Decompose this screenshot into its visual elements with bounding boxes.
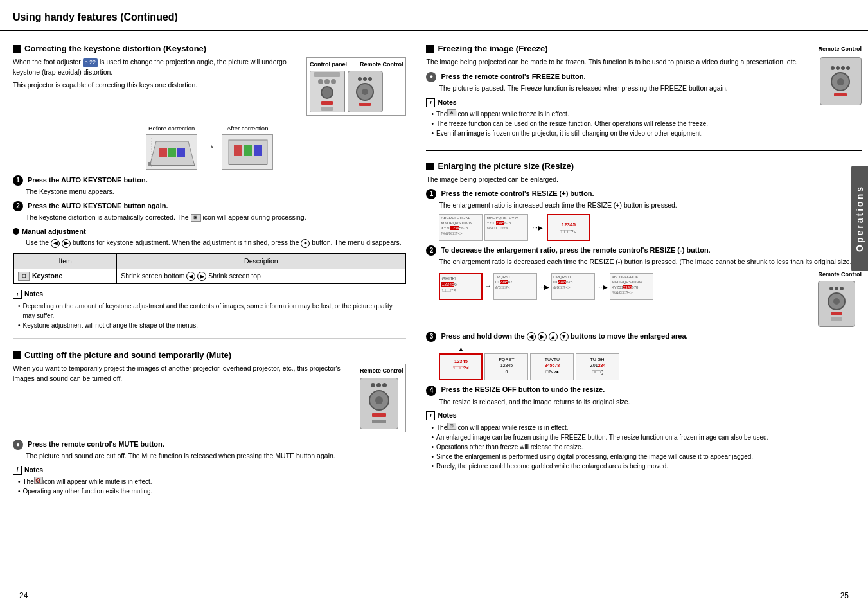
- page-numbers: 24 25: [0, 585, 868, 607]
- freeze-remote-image: [820, 57, 862, 105]
- mute-remote-box: Remote Control: [357, 364, 407, 432]
- mute-intro: When you want to temporarily project the…: [13, 364, 406, 384]
- svg-rect-10: [254, 145, 262, 156]
- operations-sidebar-tab: Operations: [851, 166, 868, 271]
- keystone-section-header: Correcting the keystone distortion (Keys…: [13, 44, 406, 53]
- mute-note2: Operating any other function exits the m…: [18, 486, 406, 496]
- resize-notes: i Notes The ⊡ icon will appear while res…: [426, 411, 862, 471]
- resize-section-header: Enlarging the picture size (Resize): [426, 161, 862, 171]
- freeze-remote-label: Remote Control: [818, 46, 862, 52]
- table-col-item: Item: [14, 254, 117, 269]
- keystone-table-wrapper: Item Description ⊟ Keystone: [13, 253, 406, 285]
- table-col-desc: Description: [117, 254, 405, 269]
- resize-note2: An enlarged image can be frozen using th…: [431, 432, 862, 442]
- mute-notes: i Notes The 🔇 icon will appear while mut…: [13, 465, 406, 497]
- resize-note1: The ⊡ icon will appear while resize is i…: [431, 423, 862, 432]
- resize-note5: Rarely, the picture could become garbled…: [431, 461, 862, 471]
- resize-step3-images: ▲ 12345'□□□?< ▲ PQRST123456: [439, 345, 862, 381]
- mute-note1: The 🔇 icon will appear while mute is in …: [18, 477, 406, 486]
- resize-step1: 1 Press the remote control's RESIZE (+) …: [426, 188, 862, 211]
- freeze-intro: The image being projected can be made to…: [426, 57, 862, 67]
- resize-step1-images: ABCDEFGHIJKLMNOPQRSTUVWXYZ012345678!%&'0…: [439, 214, 862, 241]
- resize-note3: Operations other than freeze will releas…: [431, 442, 862, 452]
- correction-arrow: →: [204, 138, 215, 155]
- correction-images: Before correction: [13, 124, 406, 170]
- svg-rect-3: [177, 148, 185, 157]
- table-row: ⊟ Keystone Shrink screen bottom ◀ ▶ Shri…: [14, 269, 405, 283]
- resize-step2-images: GHIJKL123456'□□□?< → JPQRSTU01234567&'0□…: [439, 271, 862, 327]
- freeze-notes-icon: i: [426, 98, 435, 107]
- p22-ref[interactable]: p.22: [83, 58, 98, 67]
- keystone-icon: ⊟: [18, 272, 30, 281]
- svg-rect-9: [244, 145, 252, 156]
- freeze-note3: Even if an image is frozen on the projec…: [431, 129, 862, 138]
- manual-adjustment: Manual adjustment Use the ◀ ▶ buttons fo…: [13, 226, 406, 248]
- resize-step4: 4 Press the RESIZE OFF button to undo th…: [426, 384, 862, 407]
- freeze-section: Freezing the image (Freeze) Remote Contr…: [426, 44, 862, 142]
- keystone-step2: 2 Press the AUTO KEYSTONE button again. …: [13, 200, 406, 223]
- svg-rect-8: [234, 145, 242, 156]
- svg-rect-1: [159, 148, 167, 157]
- resize-step3: 3 Press and hold down the ◀ ▶ ▲ ▼ button…: [426, 331, 862, 342]
- resize-section: Enlarging the picture size (Resize) The …: [426, 150, 862, 471]
- keystone-note1: Depending on the amount of keystone adju…: [18, 301, 406, 321]
- keystone-notes: i Notes Depending on the amount of keyst…: [13, 289, 406, 330]
- resize-notes-icon: i: [426, 411, 435, 420]
- right-page-number: 25: [840, 591, 849, 600]
- freeze-step1: ● Press the remote control's FREEZE butt…: [426, 71, 862, 94]
- resize-intro: The image being projected can be enlarge…: [426, 175, 862, 185]
- resize-step2: 2 To decrease the enlargement ratio, pre…: [426, 245, 862, 267]
- page-title: Using handy features (Continued): [0, 6, 868, 31]
- freeze-note1: The ❄ icon will appear while freeze is i…: [431, 109, 862, 119]
- freeze-section-header: Freezing the image (Freeze) Remote Contr…: [426, 44, 862, 53]
- svg-rect-2: [168, 148, 176, 157]
- left-page-number: 24: [19, 591, 28, 600]
- freeze-note2: The freeze function can be used on the r…: [431, 119, 862, 129]
- mute-section-header: Cutting off the picture and sound tempor…: [13, 350, 406, 360]
- svg-rect-6: [148, 162, 151, 166]
- keystone-note2: Keystone adjustment will not change the …: [18, 321, 406, 330]
- resize-note4: Since the enlargement is performed using…: [431, 452, 862, 461]
- freeze-notes: i Notes The ❄ icon will appear while fre…: [426, 98, 862, 139]
- mute-section: Cutting off the picture and sound tempor…: [13, 338, 406, 496]
- keystone-step1: 1 Press the AUTO KEYSTONE button. The Ke…: [13, 175, 406, 197]
- mute-step1: ● Press the remote control's MUTE button…: [13, 439, 406, 461]
- control-panel-remote-box: Control panel Remote Control: [306, 57, 407, 116]
- resize-remote-box: Remote Control: [818, 271, 862, 327]
- notes-icon: i: [13, 290, 22, 299]
- mute-notes-icon: i: [13, 466, 22, 475]
